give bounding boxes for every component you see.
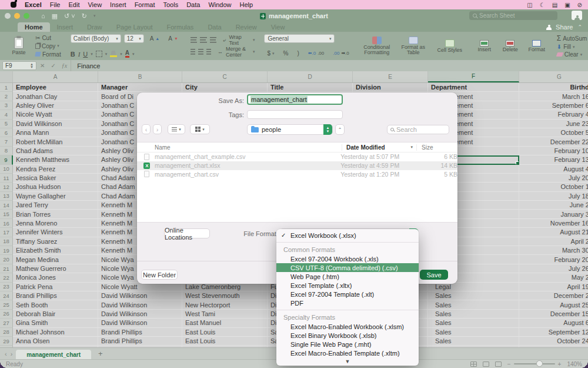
font-name-select[interactable]: Calibri (Body)▾ bbox=[71, 34, 121, 43]
row-header-13[interactable]: 13 bbox=[0, 192, 13, 201]
collapse-ribbon-icon[interactable]: ⌃ bbox=[577, 24, 582, 30]
cell-B26[interactable]: David Wilkinson bbox=[98, 310, 182, 319]
cell-G8[interactable]: February 10, 1 bbox=[519, 147, 588, 155]
cell-G12[interactable]: October 1, 1 bbox=[519, 183, 588, 191]
row-header-19[interactable]: 19 bbox=[0, 246, 13, 255]
column-header-F[interactable]: F bbox=[428, 71, 519, 82]
column-header-D[interactable]: D bbox=[268, 71, 353, 82]
row-header-8[interactable]: 8 bbox=[0, 147, 13, 155]
cell-G11[interactable]: July 20, 1 bbox=[519, 174, 588, 183]
file-row[interactable]: management_chart.csvYesterday at 1:20 PM… bbox=[137, 170, 457, 179]
row-header-27[interactable]: 27 bbox=[0, 319, 13, 327]
cell-B29[interactable]: Brandi Phillips bbox=[98, 337, 182, 346]
cell-B25[interactable]: David Wilkinson bbox=[98, 300, 182, 309]
cell-A22[interactable]: Monica Jones bbox=[13, 273, 98, 282]
tab-insert[interactable]: Insert bbox=[50, 22, 81, 32]
cell-A7[interactable]: Robert McMillan bbox=[13, 137, 98, 146]
cell-F28[interactable]: Sales bbox=[428, 328, 519, 337]
cell-C1[interactable]: City bbox=[182, 83, 268, 92]
cell-G28[interactable]: September 12, 1 bbox=[519, 328, 588, 337]
tab-data[interactable]: Data bbox=[201, 22, 228, 32]
column-size[interactable]: Size bbox=[416, 144, 457, 151]
cell-G10[interactable]: August 4, 1 bbox=[519, 165, 588, 174]
cell-F26[interactable]: Sales bbox=[428, 310, 519, 319]
cell-A3[interactable]: Ashley Oliver bbox=[13, 101, 98, 110]
conditional-formatting-button[interactable]: Conditional Formatting bbox=[362, 37, 392, 55]
row-header-14[interactable]: 14 bbox=[0, 201, 13, 210]
back-button[interactable]: ‹ bbox=[142, 124, 151, 134]
zoom-slider[interactable]: − + bbox=[507, 361, 562, 367]
cell-A14[interactable]: Jared Terry bbox=[13, 201, 98, 210]
cell-G21[interactable]: July 26, 1 bbox=[519, 264, 588, 273]
row-header-20[interactable]: 20 bbox=[0, 255, 13, 264]
percent-button[interactable]: % bbox=[280, 49, 292, 58]
redo-icon[interactable]: ↻ bbox=[82, 12, 87, 20]
row-header-9[interactable]: 9 bbox=[0, 155, 13, 164]
cell-A23[interactable]: Patrick Pena bbox=[13, 283, 98, 291]
decrease-decimal-button[interactable]: .00➡.0 bbox=[330, 49, 352, 57]
copy-button[interactable]: Copy ▾ bbox=[35, 43, 61, 49]
cell-A24[interactable]: Brandi Phillips bbox=[13, 291, 98, 300]
menu-tools[interactable]: Tools bbox=[163, 1, 178, 8]
cell-G17[interactable]: August 21, 1 bbox=[519, 228, 588, 237]
row-header-11[interactable]: 11 bbox=[0, 174, 13, 183]
file-row[interactable]: management_chart_example.csvYesterday at… bbox=[137, 152, 457, 161]
menu-item[interactable]: Excel 97-2004 Workbook (.xls) bbox=[276, 254, 419, 263]
row-header-1[interactable]: 1 bbox=[0, 83, 13, 92]
toolbar-options-icon[interactable]: ▾ bbox=[93, 14, 96, 18]
cell-G1[interactable]: Birthday bbox=[519, 83, 588, 92]
cell-B28[interactable]: Brandi Phillips bbox=[98, 328, 182, 337]
underline-button[interactable]: U bbox=[83, 51, 88, 58]
tab-view[interactable]: View bbox=[264, 22, 292, 32]
clock-icon[interactable]: ⊘ bbox=[577, 2, 582, 8]
row-header-28[interactable]: 28 bbox=[0, 328, 13, 337]
cell-B24[interactable]: David Wilkinson bbox=[98, 291, 182, 300]
name-box-stepper[interactable]: ▲▼ bbox=[30, 63, 34, 69]
menu-item[interactable]: Single File Web Page (.mht) bbox=[276, 340, 419, 349]
menu-file[interactable]: File bbox=[50, 1, 61, 8]
tiling-icon[interactable]: ◫ bbox=[527, 2, 532, 8]
row-header-3[interactable]: 3 bbox=[0, 101, 13, 110]
merge-center-button[interactable]: Merge & Center bbox=[226, 46, 250, 58]
cell-G16[interactable]: November 16, 1 bbox=[519, 219, 588, 228]
cell-A13[interactable]: Wayne Gallagher bbox=[13, 192, 98, 201]
cell-A10[interactable]: Kendra Perez bbox=[13, 165, 98, 174]
cell-G15[interactable]: January 3, 1 bbox=[519, 210, 588, 218]
menu-item[interactable]: Excel Binary Workbook (.xlsb) bbox=[276, 331, 419, 340]
align-middle-icon[interactable] bbox=[200, 37, 206, 43]
tab-home[interactable]: Home bbox=[18, 22, 50, 32]
row-header-15[interactable]: 15 bbox=[0, 210, 13, 218]
cell-A2[interactable]: Jonathan Clay bbox=[13, 92, 98, 101]
cell-C27[interactable]: East Manuel bbox=[182, 319, 268, 327]
format-painter-button[interactable]: Format bbox=[35, 51, 61, 58]
column-header-G[interactable]: G bbox=[519, 71, 588, 82]
expand-folders-button[interactable]: ⌃ bbox=[335, 124, 345, 135]
row-header-12[interactable]: 12 bbox=[0, 183, 13, 191]
menu-help[interactable]: Help bbox=[240, 1, 253, 8]
italic-button[interactable]: I bbox=[78, 51, 81, 58]
menu-item[interactable]: Excel Template (.xltx) bbox=[276, 281, 419, 290]
select-all-corner[interactable] bbox=[0, 71, 13, 82]
insert-function-icon[interactable]: ƒx bbox=[62, 62, 67, 69]
wrap-text-button[interactable]: Wrap Text bbox=[229, 34, 250, 46]
account-avatar[interactable] bbox=[572, 11, 582, 20]
row-header-26[interactable]: 26 bbox=[0, 310, 13, 319]
save-icon[interactable]: ▦ bbox=[52, 12, 58, 20]
cell-A19[interactable]: Elizabeth Smith bbox=[13, 246, 98, 255]
cell-A11[interactable]: Jessica Baker bbox=[13, 174, 98, 183]
row-header-6[interactable]: 6 bbox=[0, 128, 13, 137]
align-right-icon[interactable] bbox=[206, 49, 211, 55]
cell-G24[interactable]: December 2, 1 bbox=[519, 291, 588, 300]
prev-sheet-icon[interactable]: ‹ bbox=[5, 350, 7, 357]
cell-C24[interactable]: West Stevenmouth bbox=[182, 291, 268, 300]
home-icon[interactable]: ⌂ bbox=[41, 12, 45, 19]
cell-A6[interactable]: Anna Mann bbox=[13, 128, 98, 137]
page-break-view-icon[interactable] bbox=[495, 362, 502, 367]
online-locations-button[interactable]: Online Locations bbox=[164, 228, 210, 238]
cell-B1[interactable]: Manager bbox=[98, 83, 182, 92]
cell-G13[interactable]: July 18, 1 bbox=[519, 192, 588, 201]
cancel-entry-icon[interactable]: ✕ bbox=[40, 62, 45, 69]
autosum-button[interactable]: ΣAutoSum▾ bbox=[557, 34, 588, 42]
cell-G26[interactable]: December 15, 1 bbox=[519, 310, 588, 319]
cell-C26[interactable]: West Tami bbox=[182, 310, 268, 319]
